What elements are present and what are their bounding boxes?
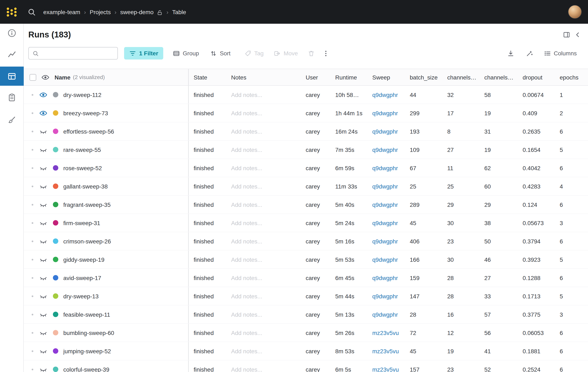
notes-cell[interactable]: Add notes...	[231, 256, 306, 263]
sweep-link[interactable]: q9dwgphr	[372, 110, 410, 116]
column-header-runtime[interactable]: Runtime	[335, 74, 372, 80]
run-name-link[interactable]: dry-sweep-13	[63, 293, 99, 299]
column-header-channels-1[interactable]: channels…	[447, 74, 484, 80]
more-options-button[interactable]	[323, 50, 330, 57]
visibility-toggle[interactable]	[39, 219, 47, 227]
breadcrumb-page[interactable]: Table	[172, 9, 186, 15]
column-header-sweep[interactable]: Sweep	[372, 74, 410, 80]
drag-handle[interactable]	[32, 149, 33, 151]
drag-handle[interactable]	[32, 240, 33, 242]
group-button[interactable]: Group	[173, 50, 199, 57]
column-header-state[interactable]: State	[194, 74, 231, 80]
visibility-toggle[interactable]	[39, 347, 47, 355]
tag-button[interactable]: Tag	[244, 50, 264, 57]
drag-handle[interactable]	[32, 94, 33, 95]
drag-handle[interactable]	[32, 222, 33, 224]
notes-cell[interactable]: Add notes...	[231, 238, 306, 244]
visibility-toggle[interactable]	[39, 164, 47, 172]
run-name-link[interactable]: effortless-sweep-56	[63, 128, 114, 135]
avatar[interactable]	[568, 5, 582, 19]
visibility-toggle[interactable]	[39, 329, 47, 337]
column-header-epochs[interactable]: epochs	[560, 74, 588, 80]
sweep-link[interactable]: mz23v5vu	[372, 366, 410, 372]
sidebar-item-charts[interactable]	[0, 45, 24, 63]
sweep-link[interactable]: mz23v5vu	[372, 348, 410, 354]
wandb-logo[interactable]	[6, 6, 18, 18]
column-header-notes[interactable]: Notes	[231, 74, 306, 80]
export-button[interactable]	[507, 50, 514, 57]
visibility-toggle[interactable]	[39, 237, 47, 245]
notes-cell[interactable]: Add notes...	[231, 329, 306, 336]
run-name-link[interactable]: giddy-sweep-19	[63, 256, 105, 263]
drag-handle[interactable]	[32, 332, 33, 333]
sweep-link[interactable]: q9dwgphr	[372, 293, 410, 299]
run-name-link[interactable]: avid-sweep-17	[63, 274, 101, 281]
search-icon[interactable]	[28, 8, 36, 16]
eye-icon[interactable]	[41, 73, 50, 81]
drag-handle[interactable]	[32, 204, 33, 205]
sweep-link[interactable]: q9dwgphr	[372, 220, 410, 226]
notes-cell[interactable]: Add notes...	[231, 146, 306, 153]
run-name-link[interactable]: firm-sweep-31	[63, 220, 100, 226]
sweep-link[interactable]: q9dwgphr	[372, 146, 410, 153]
visibility-toggle[interactable]	[39, 310, 47, 319]
visibility-toggle[interactable]	[39, 200, 47, 209]
drag-handle[interactable]	[32, 277, 33, 279]
run-name-link[interactable]: feasible-sweep-11	[63, 311, 110, 318]
name-column-header[interactable]: Name	[54, 74, 70, 80]
sort-button[interactable]: Sort	[210, 50, 231, 57]
visibility-toggle[interactable]	[39, 292, 47, 300]
visibility-toggle[interactable]	[39, 109, 47, 117]
sidebar-item-table[interactable]	[0, 67, 24, 86]
visibility-toggle[interactable]	[39, 145, 47, 154]
notes-cell[interactable]: Add notes...	[231, 311, 306, 318]
drag-handle[interactable]	[32, 313, 33, 315]
columns-button[interactable]: Columns	[544, 50, 577, 57]
sidebar-item-overview[interactable]	[0, 24, 24, 42]
drag-handle[interactable]	[32, 185, 33, 187]
run-name-link[interactable]: bumbling-sweep-60	[63, 329, 114, 336]
sweep-link[interactable]: q9dwgphr	[372, 311, 410, 318]
drag-handle[interactable]	[32, 369, 33, 370]
notes-cell[interactable]: Add notes...	[231, 183, 306, 190]
sweep-link[interactable]: q9dwgphr	[372, 165, 410, 171]
sweep-link[interactable]: q9dwgphr	[372, 201, 410, 208]
notes-cell[interactable]: Add notes...	[231, 348, 306, 354]
breadcrumb-project[interactable]: sweep-demo	[120, 9, 153, 15]
sweep-link[interactable]: q9dwgphr	[372, 256, 410, 263]
breadcrumb-team[interactable]: example-team	[43, 9, 80, 15]
select-all-checkbox[interactable]	[30, 74, 36, 80]
run-name-link[interactable]: colorful-sweep-39	[63, 366, 109, 372]
run-name-link[interactable]: jumping-sweep-52	[63, 348, 111, 354]
column-header-batch-size[interactable]: batch_size	[410, 74, 447, 80]
sweep-link[interactable]: q9dwgphr	[372, 128, 410, 135]
visibility-toggle[interactable]	[39, 127, 47, 135]
column-header-dropout[interactable]: dropout	[523, 74, 560, 80]
panel-layout-icon[interactable]	[563, 31, 570, 38]
notes-cell[interactable]: Add notes...	[231, 366, 306, 372]
sidebar-item-logs[interactable]	[0, 88, 24, 107]
notes-cell[interactable]: Add notes...	[231, 201, 306, 208]
run-name-link[interactable]: dry-sweep-112	[63, 91, 101, 98]
notes-cell[interactable]: Add notes...	[231, 91, 306, 98]
visibility-toggle[interactable]	[39, 255, 47, 264]
column-header-channels-2[interactable]: channels…	[484, 74, 523, 80]
sweep-link[interactable]: q9dwgphr	[372, 91, 410, 98]
run-name-link[interactable]: rare-sweep-55	[63, 146, 101, 153]
drag-handle[interactable]	[32, 112, 33, 114]
drag-handle[interactable]	[32, 167, 33, 169]
visibility-toggle[interactable]	[39, 365, 47, 372]
sweep-wand-button[interactable]	[526, 50, 533, 57]
sweep-link[interactable]: q9dwgphr	[372, 183, 410, 190]
notes-cell[interactable]: Add notes...	[231, 110, 306, 116]
notes-cell[interactable]: Add notes...	[231, 293, 306, 299]
visibility-toggle[interactable]	[39, 182, 47, 190]
breadcrumb-projects[interactable]: Projects	[90, 9, 111, 15]
run-name-link[interactable]: fragrant-sweep-35	[63, 201, 111, 208]
chevron-left-icon[interactable]	[574, 31, 581, 38]
run-name-link[interactable]: breezy-sweep-73	[63, 110, 108, 116]
drag-handle[interactable]	[32, 350, 33, 352]
move-button[interactable]: Move	[273, 50, 298, 57]
notes-cell[interactable]: Add notes...	[231, 220, 306, 226]
sweep-link[interactable]: q9dwgphr	[372, 274, 410, 281]
